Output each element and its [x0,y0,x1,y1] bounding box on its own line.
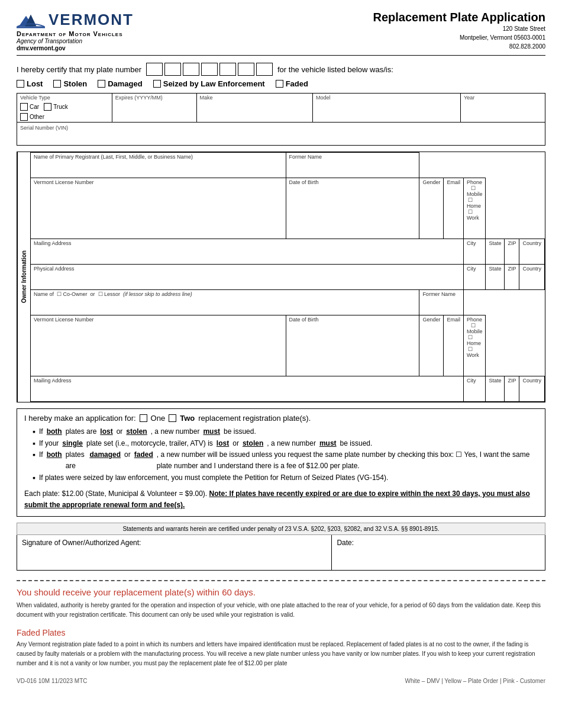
certify-text-after: for the vehicle listed below was/is: [277,65,393,74]
coowner-city-cell: City [463,376,486,402]
plate-box-2[interactable] [164,63,181,76]
two-checkbox[interactable] [169,414,176,422]
dob-cell: Date of Birth [286,178,419,239]
physical-zip-cell: ZIP [505,265,519,290]
primary-name-cell: Name of Primary Registrant (Last, First,… [31,153,286,178]
primary-name-table: Name of Primary Registrant (Last, First,… [30,152,545,402]
plate-box-7[interactable] [256,63,273,76]
app-line1: I hereby make an application for: One Tw… [24,414,538,423]
application-section: I hereby make an application for: One Tw… [17,408,545,517]
phone-cell: Phone ☐ Mobile ☐ Home ☐ Work [463,178,486,239]
plate-box-5[interactable] [219,63,236,76]
checkbox-seized[interactable]: Seized by Law Enforcement [153,79,265,88]
primary-name-label: Name of Primary Registrant (Last, First,… [34,154,283,160]
coowner-name-cell: Name of ☐ Co-Owner or ☐ Lessor (if lesso… [31,290,419,315]
bullet-3: If both plates are damaged or faded, a n… [33,449,538,472]
city-label: City [467,240,483,246]
owner-section: Owner Information Name of Primary Regist… [17,152,545,402]
year-label: Year [464,95,542,101]
coowner-former-label: Former Name [422,291,460,297]
email-label: Email [447,179,460,185]
address-line1: 120 State Street [373,24,545,33]
two-label: Two [180,414,195,423]
coowner-vt-license-label: Vermont License Number [34,317,283,323]
car-checkbox[interactable] [20,103,28,111]
coowner-phone-cell: Phone ☐ Mobile ☐ Home ☐ Work [463,315,486,376]
email-cell: Email [444,178,464,239]
coowner-state-cell: State [486,376,505,402]
lost-checkbox[interactable] [17,80,24,88]
damaged-checkbox[interactable] [98,80,105,88]
physical-country-cell: Country [519,265,545,290]
checkbox-stolen[interactable]: Stolen [53,79,87,88]
mailing-address-label: Mailing Address [34,240,460,246]
coowner-dob-cell: Date of Birth [286,315,419,376]
truck-option[interactable]: Truck [44,103,68,111]
mailing-address-cell: Mailing Address [31,239,464,265]
one-checkbox[interactable] [140,414,147,422]
country-cell: Country [519,239,545,265]
faded-title: Faded Plates [17,628,545,637]
physical-address-cell: Physical Address [31,265,464,290]
sig-left: Signature of Owner/Authorized Agent: [17,535,332,570]
checkbox-damaged[interactable]: Damaged [98,79,143,88]
plate-box-6[interactable] [238,63,254,76]
date-label: Date: [337,539,354,547]
footer: VD-016 10M 11/2023 MTC White – DMV | Yel… [17,678,545,684]
physical-address-label: Physical Address [34,266,460,272]
other-checkbox[interactable] [20,113,28,121]
bullet-1: If both plates are lost or stolen, a new… [33,426,538,438]
zip-label: ZIP [508,240,516,246]
sig-right: Date: [332,535,545,570]
model-label: Model [316,95,457,101]
make-label: Make [200,95,309,101]
coowner-email-label: Email [447,317,460,323]
receipt-section: You should receive your replacement plat… [17,580,545,620]
expires-label: Expires (YYYY/MM) [115,95,193,101]
other-option[interactable]: Other [20,113,109,121]
logo-area: VERMONT Department of Motor Vehicles Age… [17,11,134,51]
faded-checkbox[interactable] [276,80,283,88]
vehicle-table: Vehicle Type Car Truck Other Expires (YY… [17,93,545,146]
vin-label: Serial Number (VIN) [20,125,542,131]
former-name-cell: Former Name [286,153,419,178]
coowner-gender-label: Gender [422,317,440,323]
phone-label: Phone ☐ Mobile ☐ Home ☐ Work [467,179,483,221]
car-option[interactable]: Car [20,103,39,111]
make-cell: Make [196,94,312,123]
faded-body: Any Vermont registration plate faded to … [17,640,545,668]
physical-city-cell: City [463,265,486,290]
coowner-city-label: City [467,378,483,384]
coowner-mailing-cell: Mailing Address [31,376,464,402]
physical-country-label: Country [522,266,541,272]
bullet-4: If plates were seized by law enforcement… [33,472,538,484]
checkbox-faded[interactable]: Faded [276,79,308,88]
lost-label: Lost [27,79,43,88]
truck-checkbox[interactable] [44,103,51,111]
plate-box-1[interactable] [146,63,163,76]
plate-number-boxes[interactable] [146,63,273,76]
other-label: Other [30,114,44,120]
header: VERMONT Department of Motor Vehicles Age… [17,11,545,51]
damaged-label: Damaged [108,79,143,88]
vehicle-type-cell: Vehicle Type Car Truck Other [17,94,112,123]
faded-section: Faded Plates Any Vermont registration pl… [17,628,545,668]
car-label: Car [30,104,39,110]
certification-bar: Statements and warrants herein are certi… [17,523,545,535]
vt-license-label: Vermont License Number [34,179,283,185]
vehicle-type-label: Vehicle Type [20,95,109,101]
plate-box-4[interactable] [201,63,218,76]
vt-license-cell: Vermont License Number [31,178,286,239]
checkbox-lost[interactable]: Lost [17,79,43,88]
vermont-logo: VERMONT [17,11,134,29]
fee-section: Each plate: $12.00 (State, Municipal & V… [24,488,538,511]
plate-box-3[interactable] [183,63,199,76]
truck-label: Truck [53,104,68,110]
coowner-mailing-label: Mailing Address [34,378,460,384]
receipt-body: When validated, authority is hereby gran… [17,601,545,620]
certify-row: I hereby certify that my plate number fo… [17,63,545,76]
state-cell: State [486,239,505,265]
stolen-checkbox[interactable] [53,80,61,88]
seized-checkbox[interactable] [153,80,161,88]
model-cell: Model [313,94,461,123]
